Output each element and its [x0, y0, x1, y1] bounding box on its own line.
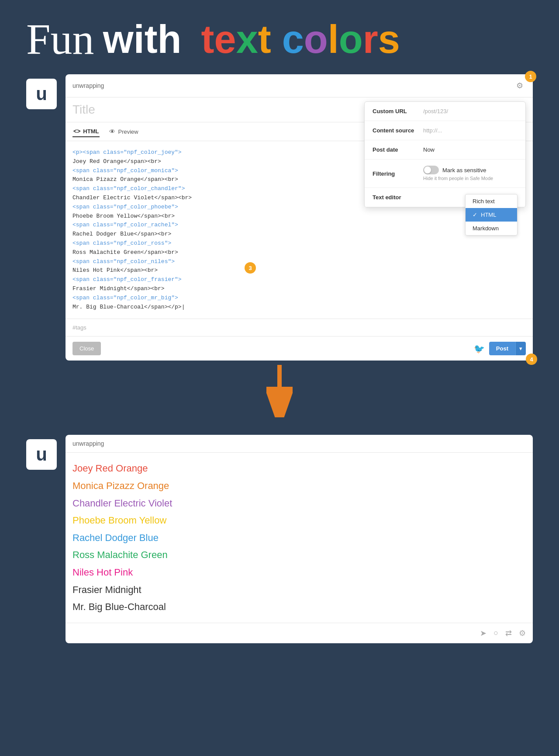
preview-panel-row: u unwrapping Joey Red Orange Monica Piza… — [26, 435, 533, 643]
post-dropdown-button[interactable]: ▾ — [515, 342, 526, 355]
tab-preview[interactable]: 👁 Preview — [108, 126, 139, 137]
code-text-6: Ross Malachite Green</span><br> — [72, 249, 178, 256]
preview-niles: Niles Hot Pink — [72, 567, 133, 578]
filtering-content: Mark as sensitive Hide it from people in… — [423, 166, 518, 181]
code-text-4: Phoebe Broom Yellow</span><br> — [72, 213, 175, 219]
badge-1: 1 — [525, 71, 536, 82]
letter-s: s — [378, 17, 400, 61]
close-button[interactable]: Close — [72, 342, 101, 355]
sensitive-subtext: Hide it from people in Safe Mode — [423, 175, 518, 181]
editor-panel: 1 unwrapping ⚙ Custom URL /post/123/ Con… — [66, 74, 533, 361]
post-button[interactable]: Post — [489, 342, 515, 355]
letter-o2: o — [339, 17, 363, 61]
letter-e: e — [214, 17, 236, 61]
preview-frasier: Frasier Midnight — [72, 584, 141, 595]
letter-o1: o — [304, 17, 328, 61]
post-date-label: Post date — [373, 146, 416, 153]
preview-mrbig: Mr. Big Blue-Charcoal — [72, 601, 166, 612]
custom-url-label: Custom URL — [373, 108, 416, 114]
header-section: Fun with text colors — [0, 0, 559, 74]
gear-button[interactable]: ⚙ — [514, 80, 526, 92]
u-logo-2: u — [26, 439, 57, 470]
fun-text: Fun — [26, 17, 94, 61]
code-tag-1: <p><span class="npf_color_joey"> — [72, 149, 182, 156]
letter-l: l — [328, 17, 339, 61]
preview-phoebe: Phoebe Broom Yellow — [72, 515, 166, 526]
sensitive-toggle[interactable] — [423, 166, 439, 174]
send-icon[interactable]: ➤ — [480, 628, 487, 638]
content-source-row: Content source http://... — [365, 121, 525, 140]
post-btn-group: Post ▾ — [489, 342, 526, 355]
preview-rachel: Rachel Dodger Blue — [72, 532, 159, 543]
letter-r: r — [363, 17, 378, 61]
code-text-3: Chandler Electric Violet</span><br> — [72, 194, 192, 201]
code-tag-8: <span class="npf_color_frasier"> — [72, 276, 182, 283]
tab-html[interactable]: <> HTML — [72, 126, 100, 137]
code-tag-2: <span class="npf_color_monica"> — [72, 167, 178, 174]
custom-url-value[interactable]: /post/123/ — [423, 108, 518, 114]
text-word: text — [201, 20, 271, 59]
preview-content: Joey Red Orange Monica Pizazz Orange Cha… — [66, 453, 533, 622]
arrow-svg — [266, 365, 293, 417]
arrow-container — [26, 365, 533, 417]
badge-4: 4 — [526, 354, 537, 365]
preview-text: Joey Red Orange Monica Pizazz Orange Cha… — [72, 460, 526, 615]
badge-3: 3 — [245, 262, 256, 274]
code-tag-3: <span class="npf_color_chandler"> — [72, 185, 185, 192]
code-text-7: Niles Hot Pink</span><br> — [72, 267, 158, 274]
sensitive-toggle-row: Mark as sensitive — [423, 166, 518, 174]
footer-right: 🐦 Post ▾ — [474, 342, 526, 355]
code-text-2: Monica Pizazz Orange</span><br> — [72, 176, 178, 183]
comment-icon[interactable]: ○ — [493, 628, 498, 638]
preview-header: unwrapping — [66, 435, 533, 453]
eye-icon: 👁 — [109, 128, 115, 135]
code-tag-5: <span class="npf_color_rachel"> — [72, 222, 178, 228]
main-content: u 1 unwrapping ⚙ Custom URL /post/123/ — [0, 74, 559, 656]
twitter-icon[interactable]: 🐦 — [474, 343, 485, 354]
down-arrow — [266, 365, 293, 417]
toggle-knob — [424, 166, 431, 173]
settings-dropdown: Custom URL /post/123/ Content source htt… — [364, 101, 526, 208]
tab-preview-label: Preview — [118, 128, 138, 135]
preview-joey: Joey Red Orange — [72, 463, 148, 474]
content-source-value[interactable]: http://... — [423, 127, 518, 134]
letter-tt: t — [258, 17, 271, 61]
filtering-row: Filtering Mark as sensitive Hide it from… — [365, 160, 525, 188]
reblog-icon[interactable]: ⇄ — [505, 628, 512, 638]
letter-c: c — [282, 17, 304, 61]
code-text-8: Frasier Midnight</span><br> — [72, 285, 165, 292]
post-date-row: Post date Now — [365, 140, 525, 160]
header-title: Fun with text colors — [26, 17, 400, 61]
panel-header: unwrapping ⚙ Custom URL /post/123/ Conte… — [66, 74, 533, 97]
code-icon: <> — [73, 128, 80, 135]
editor-panel-row: u 1 unwrapping ⚙ Custom URL /post/123/ — [26, 74, 533, 361]
menu-markdown[interactable]: Markdown — [466, 222, 517, 235]
content-source-label: Content source — [373, 127, 416, 134]
preview-chandler: Chandler Electric Violet — [72, 498, 172, 509]
menu-html[interactable]: ✓ HTML — [466, 208, 517, 222]
preview-panel: unwrapping Joey Red Orange Monica Pizazz… — [66, 435, 533, 643]
filtering-label: Filtering — [373, 170, 416, 177]
text-editor-row: Text editor Rich text ✓ HTML Markdown — [365, 188, 525, 207]
code-tag-6: <span class="npf_color_ross"> — [72, 240, 171, 246]
preview-footer: ➤ ○ ⇄ ⚙ — [66, 623, 533, 643]
letter-t: t — [201, 17, 214, 61]
tags-area[interactable]: #tags — [66, 319, 533, 336]
text-editor-menu: Rich text ✓ HTML Markdown — [465, 194, 518, 236]
site-name: unwrapping — [72, 82, 104, 89]
tab-html-label: HTML — [83, 128, 99, 135]
settings-icon[interactable]: ⚙ — [519, 628, 526, 638]
preview-ross: Ross Malachite Green — [72, 549, 168, 560]
preview-monica: Monica Pizazz Orange — [72, 480, 169, 491]
text-editor-label: Text editor — [373, 194, 416, 201]
mark-sensitive-label: Mark as sensitive — [442, 167, 486, 173]
post-date-value: Now — [423, 146, 518, 153]
code-text-5: Rachel Dodger Blue</span><br> — [72, 231, 171, 237]
code-tag-9: <span class="npf_color_mr_big"> — [72, 295, 178, 301]
custom-url-row: Custom URL /post/123/ — [365, 102, 525, 121]
menu-rich-text[interactable]: Rich text — [466, 194, 517, 208]
code-tag-7: <span class="npf_color_niles"> — [72, 258, 175, 265]
panel-footer: Close 🐦 Post ▾ 4 — [66, 336, 533, 361]
code-tag-4: <span class="npf_color_phoebe"> — [72, 204, 178, 210]
colors-word: colors — [282, 20, 400, 59]
